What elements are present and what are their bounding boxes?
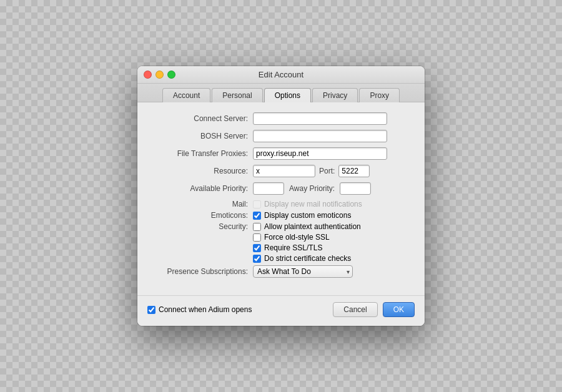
emoticons-checkbox-group: Display custom emoticons [253,211,351,220]
footer: Connect when Adium opens Cancel OK [137,295,425,326]
connect-server-row: Connect Server: [150,112,412,125]
force-ssl-checkbox[interactable] [253,233,261,242]
bosh-server-input[interactable] [253,130,387,142]
connect-on-open-group: Connect when Adium opens [147,305,252,314]
force-ssl-label: Force old-style SSL [264,233,330,242]
edit-account-window: Edit Account Account Personal Options Pr… [137,66,425,326]
require-ssl-label: Require SSL/TLS [264,243,322,252]
mail-section-label: Mail: [150,200,253,208]
require-ssl-checkbox[interactable] [253,244,261,252]
port-label: Port: [319,167,335,175]
presence-select-wrapper: Ask What To Do Always Accept Always Reje… [253,265,353,278]
emoticons-checkbox-item[interactable]: Display custom emoticons [253,211,351,220]
security-row: Security: Allow plaintext authentication… [150,222,412,263]
allow-plaintext-label: Allow plaintext authentication [264,222,361,231]
tabs-bar: Account Personal Options Privacy Proxy [137,84,425,102]
window-title: Edit Account [259,70,303,79]
resource-input[interactable] [253,165,315,177]
mail-checkbox[interactable] [253,200,261,208]
connect-on-open-label: Connect when Adium opens [159,305,252,314]
strict-cert-checkbox[interactable] [253,255,261,263]
tab-privacy[interactable]: Privacy [312,88,358,102]
away-priority-input[interactable] [340,182,371,195]
emoticons-row: Emoticons: Display custom emoticons [150,211,412,220]
mail-row: Mail: Display new mail notifications [150,200,412,208]
ok-button[interactable]: OK [383,302,415,317]
window-controls [144,71,175,79]
presence-label: Presence Subscriptions: [150,267,253,276]
mail-checkbox-item[interactable]: Display new mail notifications [253,200,362,208]
bosh-server-row: BOSH Server: [150,130,412,142]
allow-plaintext-checkbox[interactable] [253,223,261,231]
resource-port-group: Port: [253,165,370,177]
form-content: Connect Server: BOSH Server: File Transf… [137,102,425,290]
connect-server-input[interactable] [253,112,387,125]
mail-checkbox-group: Display new mail notifications [253,200,362,208]
mail-checkbox-label: Display new mail notifications [264,200,362,208]
priority-row: Available Priority: Away Priority: [150,182,412,195]
close-button[interactable] [144,71,152,79]
security-section-label: Security: [150,222,253,231]
connect-on-open-checkbox[interactable] [147,306,155,314]
available-priority-label: Available Priority: [150,184,253,193]
titlebar: Edit Account [137,66,425,84]
minimize-button[interactable] [155,71,164,79]
available-priority-input[interactable] [253,182,284,195]
maximize-button[interactable] [167,71,175,79]
bosh-server-label: BOSH Server: [150,132,253,140]
connect-server-label: Connect Server: [150,114,253,123]
tab-account[interactable]: Account [162,88,210,102]
strict-cert-item[interactable]: Do strict certificate checks [253,254,361,263]
emoticons-section-label: Emoticons: [150,211,253,220]
security-checkbox-group: Allow plaintext authentication Force old… [253,222,361,263]
file-transfer-input[interactable] [253,147,387,160]
allow-plaintext-item[interactable]: Allow plaintext authentication [253,222,361,231]
resource-label: Resource: [150,167,253,175]
emoticons-checkbox-label: Display custom emoticons [264,211,351,220]
port-input[interactable] [338,165,370,177]
resource-row: Resource: Port: [150,165,412,177]
emoticons-checkbox[interactable] [253,212,261,220]
strict-cert-label: Do strict certificate checks [264,254,351,263]
priority-group: Away Priority: [253,182,371,195]
require-ssl-item[interactable]: Require SSL/TLS [253,243,361,252]
force-ssl-item[interactable]: Force old-style SSL [253,233,361,242]
file-transfer-row: File Transfer Proxies: [150,147,412,160]
presence-select[interactable]: Ask What To Do Always Accept Always Reje… [253,265,353,278]
tab-personal[interactable]: Personal [212,88,262,102]
tab-options[interactable]: Options [264,88,311,102]
presence-row: Presence Subscriptions: Ask What To Do A… [150,265,412,278]
tab-proxy[interactable]: Proxy [359,88,400,102]
footer-buttons: Cancel OK [333,302,415,317]
file-transfer-label: File Transfer Proxies: [150,149,253,158]
away-priority-label: Away Priority: [289,184,335,193]
cancel-button[interactable]: Cancel [333,302,377,317]
